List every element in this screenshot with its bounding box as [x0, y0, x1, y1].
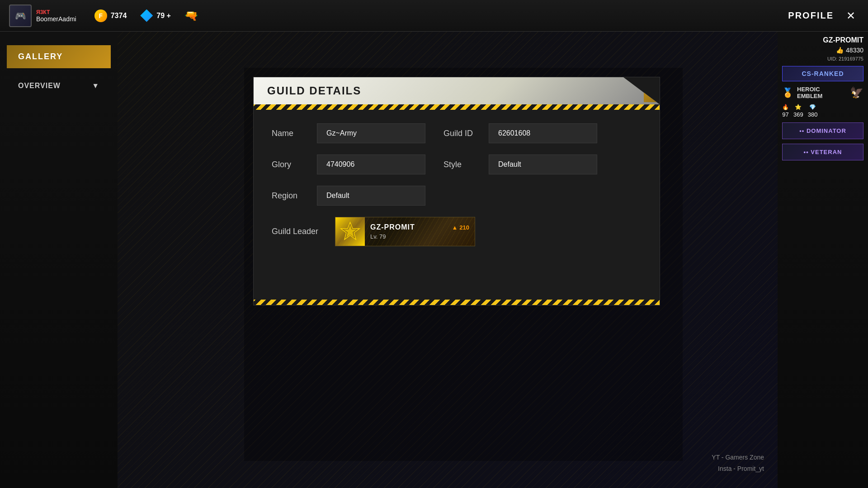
emblem-label: EMBLEM	[797, 93, 822, 99]
diamonds-display: 79 +	[140, 9, 171, 22]
likes-arrow-icon: ▲	[452, 224, 458, 231]
coins-value: 7374	[111, 12, 127, 20]
name-value: Gz~Army	[317, 123, 425, 143]
bottom-text-line1: YT - Gamers Zone	[712, 452, 764, 463]
avatar: 🎮	[9, 5, 32, 27]
guild-leader-level: Lv. 79	[370, 233, 469, 240]
guild-leader-label: Guild Leader	[272, 227, 326, 236]
heroic-icon: 🏅	[782, 87, 793, 98]
modal-header: GUILD DETAILS ✕	[254, 77, 660, 104]
bottom-text-line2: Insta - Promit_yt	[712, 463, 764, 474]
modal-stripe	[254, 104, 660, 110]
gallery-button[interactable]: GALLERY	[7, 45, 111, 68]
form-row-2: Glory 4740906 Style Default	[272, 155, 642, 174]
modal-body: Name Gz~Army Guild ID 62601608 Glory 474…	[254, 110, 660, 300]
glory-value: 4740906	[317, 155, 425, 174]
guild-leader-likes-value: 210	[459, 224, 469, 231]
chevron-down-icon: ▼	[92, 82, 99, 90]
guild-leader-avatar	[335, 217, 365, 246]
player-info: Я3КТ BoomerAadmi	[36, 9, 76, 23]
guild-leader-row: Guild Leader GZ-PROMIT	[272, 217, 642, 246]
guild-leader-name-row: GZ-PROMIT ▲ 210	[370, 223, 469, 231]
style-label: Style	[443, 160, 480, 169]
likes-row: 👍 48330	[836, 47, 863, 54]
modal-title: GUILD DETAILS	[254, 84, 375, 97]
stat-icon-3: 💎	[809, 104, 816, 110]
region-group: Region Default	[272, 186, 425, 206]
stat-icon-1: 🔥	[782, 104, 789, 110]
style-group: Style Default	[443, 155, 597, 174]
thumbs-up-icon: 👍	[836, 47, 844, 54]
modal-close-button[interactable]: ✕	[644, 80, 666, 102]
emblem-svg	[340, 221, 360, 242]
stat-icon-2: ⭐	[795, 104, 802, 110]
guild-id-label: Guild ID	[443, 129, 480, 138]
uid-value: UID: 219169775	[827, 56, 863, 61]
player-tag: Я3КТ	[36, 9, 76, 15]
currencies: F 7374 79 + 🔫	[94, 9, 198, 22]
dominator-button[interactable]: •• DOMINATOR	[782, 122, 863, 139]
uid-row: UID: 219169775	[827, 56, 863, 61]
guild-id-group: Guild ID 62601608	[443, 123, 597, 143]
likes-value: 48330	[846, 47, 863, 54]
region-value: Default	[317, 186, 425, 206]
cs-ranked-badge: CS-RANKED	[782, 66, 863, 81]
profile-label[interactable]: PROFILE	[788, 10, 834, 21]
guild-leader-info: GZ-PROMIT ▲ 210 Lv. 79	[365, 221, 475, 242]
guild-leader-likes: ▲ 210	[452, 224, 469, 231]
stat-value-1: 97	[782, 111, 788, 118]
weapon-display: 🔫	[184, 9, 198, 22]
glory-group: Glory 4740906	[272, 155, 425, 174]
stat-value-2: 369	[793, 111, 803, 118]
style-value: Default	[489, 155, 597, 174]
top-close-button[interactable]: ✕	[843, 8, 859, 24]
glory-label: Glory	[272, 160, 308, 169]
veteran-button[interactable]: •• VETERAN	[782, 144, 863, 160]
right-sidebar: GZ-PROMIT 👍 48330 UID: 219169775 CS-RANK…	[778, 32, 868, 488]
stats-row: 🔥 97 ⭐ 369 💎 380	[782, 104, 863, 118]
modal-bottom-stripe	[254, 300, 660, 305]
stat-value-3: 380	[808, 111, 818, 118]
top-bar-right: PROFILE ✕	[788, 8, 859, 24]
top-bar: 🎮 Я3КТ BoomerAadmi F 7374 79 + 🔫 PROFILE…	[0, 0, 868, 32]
form-row-3: Region Default	[272, 186, 642, 206]
name-group: Name Gz~Army	[272, 123, 425, 143]
left-sidebar: GALLERY OVERVIEW ▼	[0, 32, 118, 488]
modal-overlay: GUILD DETAILS ✕ Name Gz~Army Guild ID 62…	[244, 68, 683, 461]
player-name: BoomerAadmi	[36, 15, 76, 23]
coins-display: F 7374	[94, 9, 127, 22]
main-content: FREE FIRE GUILD DETAILS ✕ Name Gz~Army	[118, 32, 778, 488]
profile-header-right: GZ-PROMIT 👍 48330 UID: 219169775	[782, 36, 863, 61]
name-label: Name	[272, 129, 308, 138]
form-row-1: Name Gz~Army Guild ID 62601608	[272, 123, 642, 143]
right-player-name: GZ-PROMIT	[823, 36, 863, 44]
region-label: Region	[272, 191, 308, 201]
diamonds-value: 79 +	[156, 12, 171, 20]
heroic-section: 🏅 HEROIC EMBLEM 🦅	[782, 86, 863, 99]
guild-details-modal: GUILD DETAILS ✕ Name Gz~Army Guild ID 62…	[253, 77, 660, 305]
heroic-label: HEROIC	[797, 86, 822, 93]
overview-button[interactable]: OVERVIEW ▼	[7, 75, 111, 97]
coin-icon: F	[94, 9, 107, 22]
guild-leader-card[interactable]: GZ-PROMIT ▲ 210 Lv. 79	[335, 217, 475, 246]
guild-leader-name: GZ-PROMIT	[370, 223, 415, 231]
guild-id-value: 62601608	[489, 123, 597, 143]
emblem-icon: 🦅	[850, 86, 863, 99]
bottom-text: YT - Gamers Zone Insta - Promit_yt	[712, 452, 764, 474]
diamond-icon	[140, 9, 153, 22]
